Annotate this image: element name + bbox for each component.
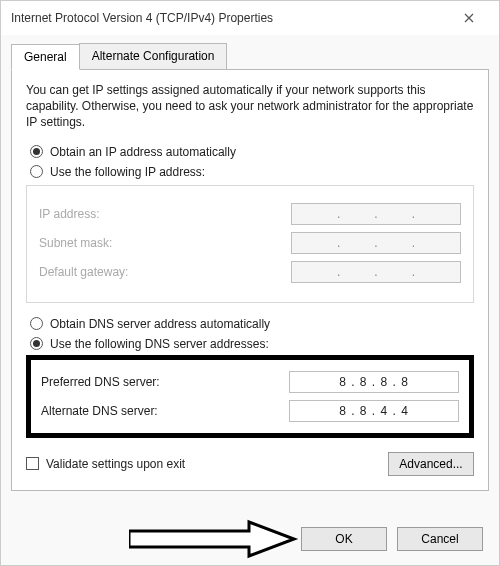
preferred-dns-input[interactable]: 8 . 8 . 8 . 8 xyxy=(289,371,459,393)
field-default-gateway: Default gateway: ... xyxy=(39,261,461,283)
close-button[interactable] xyxy=(449,3,489,33)
radio-label: Use the following DNS server addresses: xyxy=(50,337,269,351)
tab-panel-general: You can get IP settings assigned automat… xyxy=(11,69,489,491)
alternate-dns-input[interactable]: 8 . 8 . 4 . 4 xyxy=(289,400,459,422)
radio-obtain-dns-auto[interactable]: Obtain DNS server address automatically xyxy=(30,317,474,331)
radio-label: Use the following IP address: xyxy=(50,165,205,179)
alternate-dns-value: 8 . 8 . 4 . 4 xyxy=(339,404,409,418)
default-gateway-input: ... xyxy=(291,261,461,283)
subnet-mask-label: Subnet mask: xyxy=(39,236,112,250)
radio-label: Obtain an IP address automatically xyxy=(50,145,236,159)
ok-button[interactable]: OK xyxy=(301,527,387,551)
close-icon xyxy=(464,13,474,23)
annotation-arrow-icon xyxy=(129,519,299,559)
dialog-button-row: OK Cancel xyxy=(301,527,483,551)
field-alternate-dns: Alternate DNS server: 8 . 8 . 4 . 4 xyxy=(41,400,459,422)
titlebar: Internet Protocol Version 4 (TCP/IPv4) P… xyxy=(1,1,499,35)
radio-use-following-ip[interactable]: Use the following IP address: xyxy=(30,165,474,179)
tab-general[interactable]: General xyxy=(11,44,80,70)
field-preferred-dns: Preferred DNS server: 8 . 8 . 8 . 8 xyxy=(41,371,459,393)
radio-icon xyxy=(30,145,43,158)
checkbox-label: Validate settings upon exit xyxy=(46,457,185,471)
subnet-mask-input: ... xyxy=(291,232,461,254)
ipv4-properties-dialog: Internet Protocol Version 4 (TCP/IPv4) P… xyxy=(0,0,500,566)
tab-alternate-label: Alternate Configuration xyxy=(92,49,215,63)
bottom-row: Validate settings upon exit Advanced... xyxy=(26,452,474,476)
radio-label: Obtain DNS server address automatically xyxy=(50,317,270,331)
default-gateway-label: Default gateway: xyxy=(39,265,128,279)
radio-icon xyxy=(30,337,43,350)
field-ip-address: IP address: ... xyxy=(39,203,461,225)
ip-address-label: IP address: xyxy=(39,207,99,221)
cancel-button[interactable]: Cancel xyxy=(397,527,483,551)
checkbox-validate-settings[interactable]: Validate settings upon exit xyxy=(26,457,185,471)
checkbox-icon xyxy=(26,457,39,470)
tab-general-label: General xyxy=(24,50,67,64)
dns-fields-group: Preferred DNS server: 8 . 8 . 8 . 8 Alte… xyxy=(26,355,474,438)
preferred-dns-label: Preferred DNS server: xyxy=(41,375,160,389)
preferred-dns-value: 8 . 8 . 8 . 8 xyxy=(339,375,409,389)
radio-obtain-ip-auto[interactable]: Obtain an IP address automatically xyxy=(30,145,474,159)
radio-use-following-dns[interactable]: Use the following DNS server addresses: xyxy=(30,337,474,351)
radio-icon xyxy=(30,165,43,178)
field-subnet-mask: Subnet mask: ... xyxy=(39,232,461,254)
ip-fields-group: IP address: ... Subnet mask: ... Default… xyxy=(26,185,474,303)
tabstrip: General Alternate Configuration xyxy=(11,43,489,69)
tab-alternate[interactable]: Alternate Configuration xyxy=(79,43,228,69)
radio-icon xyxy=(30,317,43,330)
advanced-button[interactable]: Advanced... xyxy=(388,452,474,476)
alternate-dns-label: Alternate DNS server: xyxy=(41,404,158,418)
ip-address-input: ... xyxy=(291,203,461,225)
window-title: Internet Protocol Version 4 (TCP/IPv4) P… xyxy=(11,11,273,25)
svg-marker-0 xyxy=(129,522,294,556)
dialog-body: General Alternate Configuration You can … xyxy=(1,35,499,501)
description-text: You can get IP settings assigned automat… xyxy=(26,82,474,131)
